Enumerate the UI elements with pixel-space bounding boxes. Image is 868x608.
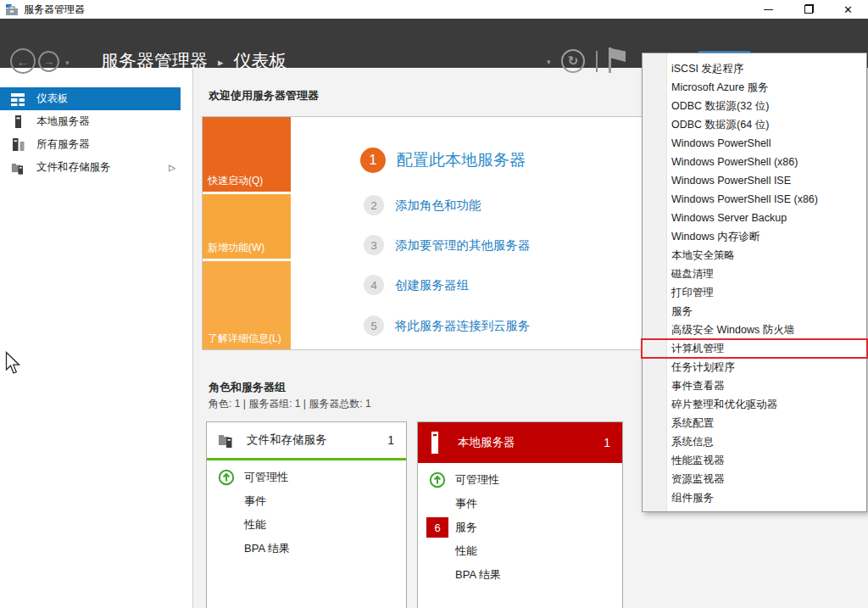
header-divider: [596, 51, 598, 72]
tools-menu-item-Windows 内存诊断[interactable]: Windows 内存诊断: [643, 227, 866, 246]
tools-menu-item-任务计划程序[interactable]: 任务计划程序: [643, 358, 866, 377]
step-number-badge: 3: [364, 235, 384, 255]
forward-button[interactable]: →: [38, 51, 59, 72]
quick-start-step-1[interactable]: 1配置此本地服务器: [360, 148, 526, 173]
role-card-count: 1: [387, 433, 406, 447]
tools-menu-item-系统信息[interactable]: 系统信息: [643, 432, 866, 451]
step-link[interactable]: 添加角色和功能: [395, 198, 481, 214]
tools-menu-item-高级安全 Windows 防火墙[interactable]: 高级安全 Windows 防火墙: [643, 321, 866, 339]
tools-menu-item-打印管理[interactable]: 打印管理: [643, 283, 866, 302]
role-card-header[interactable]: 本地服务器1: [418, 422, 622, 463]
role-card-item-BPA 结果[interactable]: BPA 结果: [207, 537, 406, 561]
sidebar-item-所有服务器[interactable]: 所有服务器: [0, 133, 181, 156]
back-button[interactable]: ←: [10, 48, 36, 74]
role-card-item-label: BPA 结果: [455, 567, 501, 583]
local-server-icon: [11, 114, 25, 129]
scope-dropdown-icon[interactable]: ▾: [547, 58, 551, 66]
item-icon-placeholder: [426, 494, 448, 514]
quick-tab-label: 了解详细信息(L): [208, 332, 281, 346]
role-card-item-label: 性能: [455, 544, 477, 559]
role-card-文件和存储服务: 文件和存储服务1可管理性事件性能BPA 结果: [206, 421, 407, 608]
tools-menu-item-Microsoft Azure 服务[interactable]: Microsoft Azure 服务: [643, 78, 866, 97]
tools-menu-item-ODBC 数据源(32 位)[interactable]: ODBC 数据源(32 位): [643, 97, 866, 115]
step-number-badge: 4: [364, 275, 384, 295]
step-link[interactable]: 配置此本地服务器: [397, 149, 526, 171]
quick-start-step-5[interactable]: 5将此服务器连接到云服务: [364, 315, 531, 336]
refresh-button[interactable]: ↻: [561, 49, 585, 73]
quick-start-tabs: 快速启动(Q)新增功能(W)了解详细信息(L): [203, 117, 291, 349]
refresh-icon: ↻: [568, 53, 579, 69]
sidebar: 仪表板本地服务器所有服务器文件和存储服务▷: [0, 68, 192, 608]
breadcrumb-root[interactable]: 服务器管理器: [101, 49, 208, 73]
step-link[interactable]: 创建服务器组: [395, 277, 469, 293]
notifications-flag-button[interactable]: [607, 47, 627, 73]
quick-tab-label: 快速启动(Q): [208, 174, 263, 188]
role-card-item-事件[interactable]: 事件: [207, 489, 406, 513]
sidebar-item-文件和存储服务[interactable]: 文件和存储服务▷: [0, 156, 181, 179]
sidebar-item-仪表板[interactable]: 仪表板: [0, 87, 181, 110]
tools-menu-item-组件服务[interactable]: 组件服务: [643, 488, 866, 507]
roles-section-title: 角色和服务器组: [209, 380, 286, 395]
tools-menu-item-ODBC 数据源(64 位)[interactable]: ODBC 数据源(64 位): [643, 115, 866, 134]
tools-menu-item-性能监视器[interactable]: 性能监视器: [643, 451, 866, 470]
role-card-item-性能[interactable]: 性能: [207, 513, 406, 537]
sidebar-item-label: 所有服务器: [36, 137, 90, 152]
role-card-item-label: 可管理性: [455, 472, 499, 488]
tools-menu-item-资源监视器[interactable]: 资源监视器: [643, 470, 866, 488]
tools-menu-item-磁盘清理[interactable]: 磁盘清理: [643, 265, 866, 283]
item-icon-placeholder: [426, 565, 448, 585]
tools-menu-item-Windows PowerShell ISE[interactable]: Windows PowerShell ISE: [643, 171, 866, 190]
step-number-badge: 1: [360, 148, 386, 173]
quick-start-step-3[interactable]: 3添加要管理的其他服务器: [364, 235, 531, 255]
role-card-item-事件[interactable]: 事件: [418, 492, 622, 516]
minimize-button[interactable]: [748, 0, 788, 19]
step-link[interactable]: 将此服务器连接到云服务: [395, 318, 531, 334]
role-card-item-BPA 结果[interactable]: BPA 结果: [418, 563, 622, 587]
tools-menu-item-Windows PowerShell ISE (x86)[interactable]: Windows PowerShell ISE (x86): [643, 190, 866, 209]
quick-start-step-4[interactable]: 4创建服务器组: [364, 275, 469, 295]
step-link[interactable]: 添加要管理的其他服务器: [395, 237, 531, 254]
sidebar-item-label: 本地服务器: [36, 114, 90, 129]
tools-menu-item-系统配置[interactable]: 系统配置: [643, 414, 866, 432]
role-card-title: 本地服务器: [458, 435, 515, 450]
title-bar: 服务器管理器 ✕: [0, 0, 868, 19]
quick-tab-了解详细信息(L)[interactable]: 了解详细信息(L): [203, 261, 291, 349]
file-storage-icon: [11, 160, 25, 175]
item-icon-placeholder: [215, 515, 237, 535]
nav-dropdown-icon[interactable]: ▾: [65, 59, 70, 67]
tools-menu-item-Windows PowerShell[interactable]: Windows PowerShell: [643, 134, 866, 153]
sidebar-item-本地服务器[interactable]: 本地服务器: [0, 110, 181, 133]
maximize-button[interactable]: [788, 0, 828, 19]
role-card-header[interactable]: 文件和存储服务1: [207, 422, 406, 458]
role-card-本地服务器: 本地服务器1可管理性事件6服务性能BPA 结果: [417, 421, 623, 608]
tools-menu-item-iSCSI 发起程序[interactable]: iSCSI 发起程序: [643, 59, 866, 78]
all-servers-icon: [11, 137, 25, 152]
file-storage-icon: [218, 429, 238, 451]
tools-menu-item-Windows Server Backup[interactable]: Windows Server Backup: [643, 209, 866, 227]
tools-menu-item-Windows PowerShell (x86)[interactable]: Windows PowerShell (x86): [643, 153, 866, 171]
roles-section-subtitle: 角色: 1 | 服务器组: 1 | 服务器总数: 1: [209, 397, 371, 411]
role-card-item-可管理性[interactable]: 可管理性: [418, 468, 622, 492]
tools-menu-item-事件查看器[interactable]: 事件查看器: [643, 377, 866, 395]
restore-icon: [804, 6, 812, 14]
quick-tab-新增功能(W)[interactable]: 新增功能(W): [203, 194, 291, 259]
role-card-item-服务[interactable]: 6服务: [418, 516, 622, 539]
breadcrumb-current: 仪表板: [234, 49, 287, 73]
tools-menu-item-计算机管理[interactable]: 计算机管理: [643, 339, 866, 358]
tools-menu-item-碎片整理和优化驱动器[interactable]: 碎片整理和优化驱动器: [643, 395, 866, 414]
welcome-tile: 快速启动(Q)新增功能(W)了解详细信息(L) 1配置此本地服务器2添加角色和功…: [202, 116, 644, 350]
tools-menu-item-本地安全策略[interactable]: 本地安全策略: [643, 246, 866, 265]
submenu-arrow-icon[interactable]: ▷: [169, 163, 175, 172]
quick-tab-快速启动(Q)[interactable]: 快速启动(Q): [203, 117, 291, 192]
role-card-title: 文件和存储服务: [247, 432, 327, 448]
tools-menu-item-服务[interactable]: 服务: [643, 302, 866, 321]
close-button[interactable]: ✕: [828, 0, 868, 19]
item-icon-placeholder: [215, 491, 237, 511]
role-card-item-可管理性[interactable]: 可管理性: [207, 466, 406, 489]
server-manager-app-icon: [5, 3, 19, 16]
role-card-item-label: 事件: [244, 494, 266, 509]
item-icon-placeholder: [215, 538, 237, 559]
role-card-item-性能[interactable]: 性能: [418, 539, 622, 563]
manageability-up-icon: [215, 467, 237, 488]
quick-start-step-2[interactable]: 2添加角色和功能: [364, 195, 481, 215]
